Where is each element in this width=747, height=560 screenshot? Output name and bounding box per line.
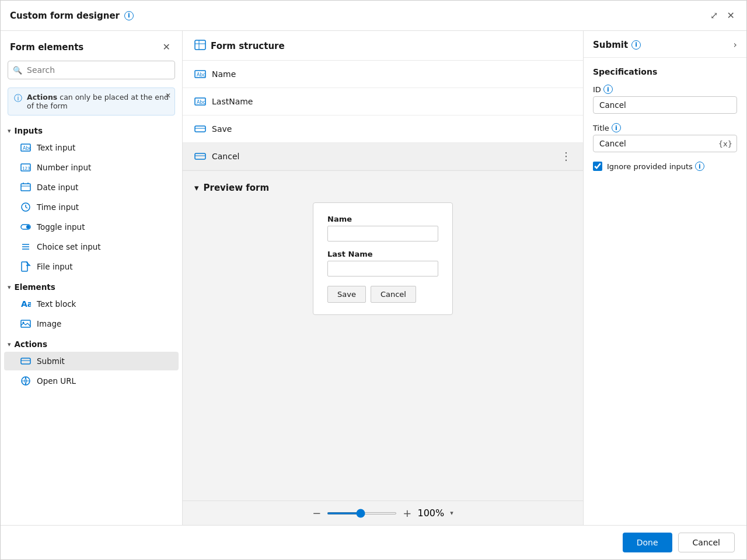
preview-buttons: Save Cancel xyxy=(327,286,438,303)
form-item-cancel[interactable]: Cancel ⋮ xyxy=(183,143,583,170)
sidebar-item-time-input[interactable]: Time input xyxy=(4,198,179,216)
file-input-label: File input xyxy=(37,262,73,271)
svg-point-19 xyxy=(23,322,25,324)
name-field-label: Name xyxy=(212,69,236,79)
sidebar-item-number-input[interactable]: 123 Number input xyxy=(4,158,179,177)
sidebar-item-text-input[interactable]: Abc Text input xyxy=(4,138,179,157)
ignore-inputs-label[interactable]: Ignore provided inputs i xyxy=(607,162,704,171)
right-panel-info-icon[interactable]: i xyxy=(631,40,641,50)
submit-label: Submit xyxy=(37,356,65,366)
title-field-input[interactable] xyxy=(593,135,737,152)
choice-set-input-icon xyxy=(20,242,31,252)
ignore-inputs-info-icon[interactable]: i xyxy=(695,162,704,171)
main-layout: Form elements ✕ 🔍 ⓘ Actions can only be … xyxy=(1,31,746,525)
cancel-action-icon xyxy=(194,150,206,162)
search-box: 🔍 xyxy=(8,61,175,79)
image-label: Image xyxy=(37,319,61,328)
text-input-label: Text input xyxy=(37,143,75,152)
choice-set-input-label: Choice set input xyxy=(37,242,101,251)
svg-text:Abc: Abc xyxy=(197,72,205,78)
title-info-icon[interactable]: i xyxy=(124,11,134,20)
right-panel-arrow-button[interactable]: › xyxy=(734,39,737,50)
inputs-chevron-icon: ▾ xyxy=(8,127,11,135)
svg-rect-31 xyxy=(195,126,205,132)
section-actions-header[interactable]: ▾ Actions xyxy=(1,334,182,351)
zoom-slider[interactable] xyxy=(327,512,397,514)
zoom-in-button[interactable]: + xyxy=(403,507,411,519)
lastname-field-icon: Abc xyxy=(194,96,206,107)
preview-save-button[interactable]: Save xyxy=(327,286,366,303)
variable-icon: {x} xyxy=(718,139,732,148)
save-action-icon xyxy=(194,123,206,135)
svg-rect-16 xyxy=(22,262,27,271)
sidebar-item-submit[interactable]: Submit xyxy=(4,352,179,370)
preview-section: ▾ Preview form Name Last Name Save Cance… xyxy=(183,171,583,501)
submit-icon xyxy=(20,356,31,366)
sidebar-item-choice-set-input[interactable]: Choice set input xyxy=(4,237,179,256)
text-block-icon: Aa xyxy=(20,299,31,309)
app-title: Custom form designer xyxy=(10,10,120,21)
svg-rect-20 xyxy=(21,358,30,364)
sidebar-item-text-block[interactable]: Aa Text block xyxy=(4,295,179,313)
right-panel-header: Submit i › xyxy=(584,31,746,58)
window-close-button[interactable]: ✕ xyxy=(725,8,737,23)
banner-close-button[interactable]: ✕ xyxy=(165,92,171,100)
right-panel-title: Submit xyxy=(593,40,628,50)
sidebar-item-file-input[interactable]: File input xyxy=(4,257,179,276)
expand-button[interactable]: ⤢ xyxy=(708,8,720,23)
image-icon xyxy=(20,318,31,329)
form-structure-title: Form structure xyxy=(211,41,285,51)
file-input-icon xyxy=(20,261,31,272)
svg-rect-24 xyxy=(195,40,205,50)
zoom-bar: − + 100% ▾ xyxy=(183,501,583,525)
done-button[interactable]: Done xyxy=(623,533,672,552)
footer-cancel-button[interactable]: Cancel xyxy=(678,533,735,552)
section-elements-header[interactable]: ▾ Elements xyxy=(1,276,182,294)
form-item-name[interactable]: Abc Name xyxy=(183,61,583,88)
sidebar-item-image[interactable]: Image xyxy=(4,314,179,333)
form-item-lastname[interactable]: Abc LastName xyxy=(183,88,583,116)
id-info-icon[interactable]: i xyxy=(603,85,613,94)
cancel-action-more-button[interactable]: ⋮ xyxy=(561,151,571,162)
info-banner-text: Actions can only be placed at the end of… xyxy=(27,93,169,110)
date-input-label: Date input xyxy=(37,183,78,192)
title-field-group: Title i {x} xyxy=(593,123,737,152)
elements-chevron-icon: ▾ xyxy=(8,284,11,291)
sidebar-item-open-url[interactable]: Open URL xyxy=(4,372,179,390)
svg-text:Abc: Abc xyxy=(197,100,205,105)
sidebar: Form elements ✕ 🔍 ⓘ Actions can only be … xyxy=(1,31,183,525)
title-info-icon[interactable]: i xyxy=(612,123,621,132)
title-bar-right: ⤢ ✕ xyxy=(708,8,737,23)
preview-name-input[interactable] xyxy=(327,226,438,242)
sidebar-close-button[interactable]: ✕ xyxy=(160,39,173,55)
preview-cancel-button[interactable]: Cancel xyxy=(371,286,416,303)
section-inputs-header[interactable]: ▾ Inputs xyxy=(1,120,182,138)
sidebar-item-toggle-input[interactable]: Toggle input xyxy=(4,218,179,236)
search-input[interactable] xyxy=(8,61,175,79)
sidebar-header: Form elements ✕ xyxy=(1,31,182,61)
form-item-save[interactable]: Save xyxy=(183,116,583,143)
preview-name-label: Name xyxy=(327,215,438,223)
sidebar-item-date-input[interactable]: Date input xyxy=(4,178,179,197)
preview-lastname-input[interactable] xyxy=(327,261,438,276)
title-bar-left: Custom form designer i xyxy=(10,10,134,21)
form-structure-panel: Form structure Abc Name Abc LastName Sav… xyxy=(183,31,583,171)
text-block-label: Text block xyxy=(37,299,76,309)
zoom-out-button[interactable]: − xyxy=(312,507,321,519)
actions-chevron-icon: ▾ xyxy=(8,341,11,348)
preview-header-title: Preview form xyxy=(204,183,270,193)
preview-header[interactable]: ▾ Preview form xyxy=(194,183,571,193)
time-input-label: Time input xyxy=(37,202,79,212)
svg-text:123: 123 xyxy=(22,166,30,171)
id-field-group: ID i xyxy=(593,85,737,114)
sidebar-title: Form elements xyxy=(10,42,83,52)
search-icon: 🔍 xyxy=(13,66,22,75)
ignore-inputs-checkbox[interactable] xyxy=(593,162,602,171)
id-field-input[interactable] xyxy=(593,96,737,114)
zoom-chevron-icon[interactable]: ▾ xyxy=(450,509,453,517)
close-icon: ✕ xyxy=(727,10,735,21)
info-banner-icon: ⓘ xyxy=(14,93,22,104)
svg-rect-33 xyxy=(195,153,205,159)
preview-name-field: Name xyxy=(327,215,438,242)
form-structure-header: Form structure xyxy=(183,31,583,61)
